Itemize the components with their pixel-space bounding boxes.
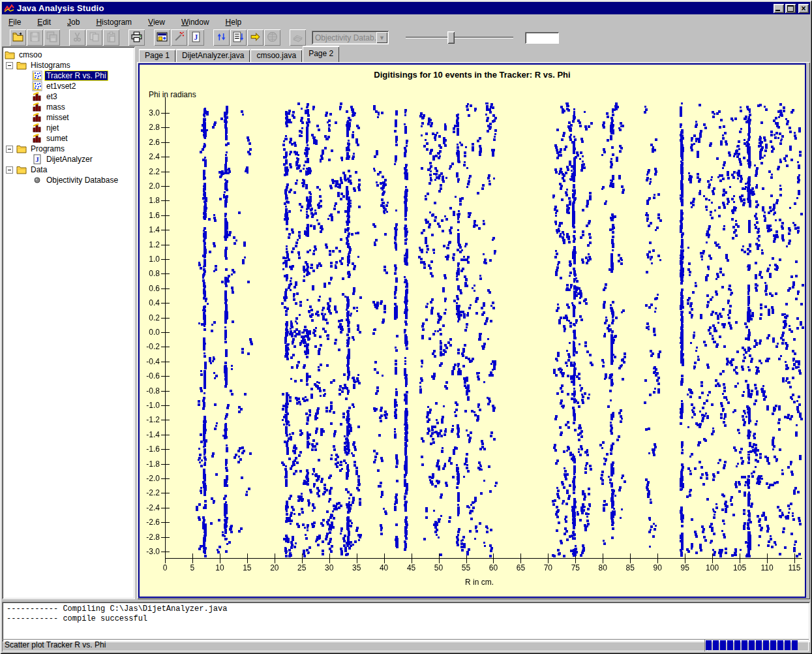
y-tick-label: -1.2 — [141, 415, 160, 424]
zoom-slider[interactable] — [406, 31, 513, 44]
status-bar: Scatter plot Tracker R vs. Phi — [2, 639, 810, 652]
chevron-down-icon[interactable]: ▼ — [376, 32, 387, 43]
title-bar[interactable]: Java Analysis Studio × — [2, 2, 810, 14]
histogram-icon — [32, 102, 42, 112]
menu-file[interactable]: File — [7, 16, 22, 28]
app-window: Java Analysis Studio × FileEditJobHistog… — [0, 0, 812, 654]
x-tick-label: 75 — [565, 563, 585, 572]
y-tick-label: -0.4 — [141, 357, 160, 366]
y-tick-label: 0.0 — [141, 328, 160, 337]
plot-window-icon — [157, 31, 168, 44]
tree-item-mass[interactable]: mass — [2, 102, 135, 112]
maximize-button[interactable] — [785, 4, 796, 13]
tree-item-objectivity-database[interactable]: Objectivity Database — [2, 175, 135, 185]
maximize-icon — [787, 5, 794, 12]
menu-edit[interactable]: Edit — [36, 16, 52, 28]
pages-stack-button[interactable] — [290, 29, 306, 46]
slider-thumb[interactable] — [447, 31, 455, 44]
tab-cmsoo-java[interactable]: cmsoo.java — [250, 49, 302, 62]
menu-job[interactable]: Job — [66, 16, 81, 28]
tree-item-label: et3 — [45, 92, 59, 101]
reload-button[interactable] — [213, 29, 230, 46]
minimize-button[interactable] — [774, 4, 784, 13]
paste-button[interactable] — [103, 29, 119, 46]
tab-bar: Page 1DijetAnalyzer.javacmsoo.javaPage 2 — [139, 46, 340, 62]
y-tick-label: -1.6 — [141, 444, 160, 454]
save-all-button[interactable] — [44, 29, 60, 46]
tree-item-programs[interactable]: Programs — [2, 144, 135, 154]
menu-help[interactable]: Help — [224, 16, 243, 28]
tab-page-2[interactable]: Page 2 — [303, 46, 339, 62]
cut-button[interactable] — [69, 29, 85, 46]
progress-block — [749, 640, 755, 650]
data-source-combobox[interactable]: Objectivity Datab...▼ — [312, 31, 389, 44]
tab-page-1[interactable]: Page 1 — [139, 49, 175, 62]
tree-item-cmsoo[interactable]: cmsoo — [2, 50, 135, 60]
copy-button[interactable] — [86, 29, 102, 46]
y-tick-label: 1.2 — [141, 240, 160, 249]
print-icon — [131, 31, 142, 44]
tree-item-data[interactable]: Data — [2, 164, 135, 175]
tree-item-label: et1vset2 — [45, 82, 77, 91]
cut-icon — [72, 31, 83, 44]
scatter-icon — [32, 70, 42, 81]
x-tick-label: 10 — [210, 563, 230, 572]
x-tick-label: 25 — [292, 563, 312, 572]
tree-collapse-handle[interactable] — [6, 146, 13, 153]
save-icon — [29, 31, 40, 44]
x-tick-label: 115 — [785, 563, 804, 572]
save-button[interactable] — [27, 29, 43, 46]
y-tick-label: 3.0 — [141, 108, 160, 117]
tree-item-label: Programs — [29, 144, 66, 153]
progress-block — [777, 640, 783, 650]
tree-collapse-handle[interactable] — [6, 166, 13, 174]
print-button[interactable] — [128, 29, 145, 46]
y-tick-label: 1.0 — [141, 255, 160, 264]
y-tick-label: -0.6 — [141, 371, 160, 381]
tree-item-label: njet — [45, 123, 60, 132]
fit-wand-button[interactable] — [171, 29, 187, 46]
open-button[interactable] — [10, 29, 26, 46]
progress-block — [742, 640, 747, 650]
x-tick-label: 15 — [237, 563, 257, 572]
x-tick-label: 80 — [593, 563, 612, 572]
tree-item-et1vset2[interactable]: et1vset2 — [2, 81, 135, 91]
project-tree: cmsooHistogramsTracker R vs. Phiet1vset2… — [2, 46, 135, 599]
menu-view[interactable]: View — [147, 16, 166, 28]
tree-item-histograms[interactable]: Histograms — [2, 60, 135, 70]
console-output[interactable]: ----------- Compiling C:\Jas\DijetAnalyz… — [2, 602, 810, 642]
svg-text:J: J — [35, 155, 39, 163]
stop-globe-button[interactable] — [264, 29, 280, 46]
progress-block — [785, 640, 790, 650]
tree-item-njet[interactable]: njet — [2, 123, 135, 133]
progress-block — [713, 640, 719, 650]
tree-item-dijetanalyzer[interactable]: JDijetAnalyzer — [2, 154, 135, 164]
y-tick-label: -2.8 — [141, 533, 160, 542]
java-source-button[interactable]: J — [188, 29, 204, 46]
y-tick-label: -0.2 — [141, 342, 160, 351]
histogram-icon — [32, 91, 42, 102]
tab-dijetanalyzer-java[interactable]: DijetAnalyzer.java — [176, 49, 250, 62]
tree-item-label: mass — [45, 102, 67, 112]
go-button[interactable] — [247, 29, 263, 46]
tree-item-sumet[interactable]: sumet — [2, 133, 135, 144]
x-tick-label: 30 — [320, 563, 339, 572]
folder-icon — [16, 164, 27, 175]
toolbar-text-field[interactable] — [525, 32, 559, 44]
console-line: ----------- compile successful — [7, 614, 805, 624]
tree-item-misset[interactable]: misset — [2, 112, 135, 123]
tree-item-et3[interactable]: et3 — [2, 91, 135, 102]
progress-block — [727, 640, 733, 650]
menu-window[interactable]: Window — [180, 16, 211, 28]
rerun-list-button[interactable] — [230, 29, 247, 46]
close-button[interactable]: × — [798, 4, 809, 13]
java-icon: J — [32, 154, 42, 164]
tree-item-tracker-r-vs-phi[interactable]: Tracker R vs. Phi — [2, 70, 135, 81]
tree-item-label: Tracker R vs. Phi — [45, 71, 108, 80]
scatter-plot-panel[interactable]: Digitisings for 10 events in the Tracker… — [138, 63, 806, 598]
tree-collapse-handle[interactable] — [6, 62, 13, 69]
minimize-icon — [775, 10, 780, 11]
menu-histogram[interactable]: Histogram — [95, 16, 133, 28]
plot-window-button[interactable] — [154, 29, 170, 46]
y-tick-label: 2.0 — [141, 181, 160, 191]
